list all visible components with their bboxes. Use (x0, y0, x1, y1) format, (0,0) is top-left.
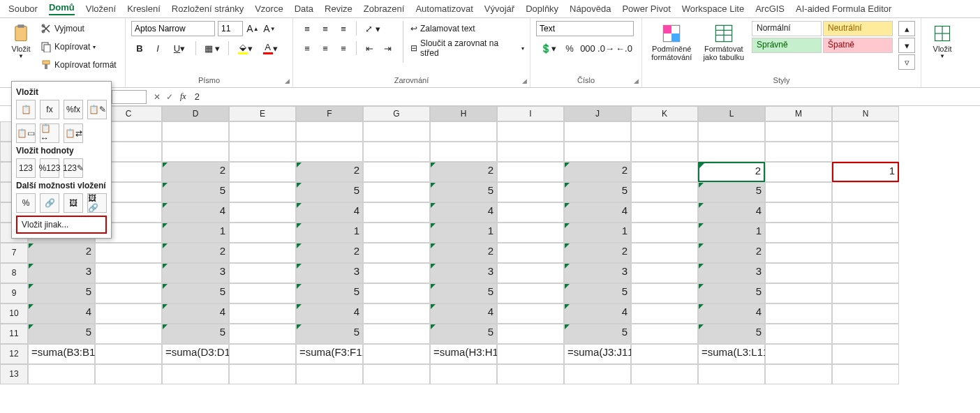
cell-L11[interactable]: 5 (698, 324, 765, 344)
cell-B13[interactable] (28, 364, 95, 384)
cell-N5[interactable] (832, 202, 899, 223)
cell-styles-gallery[interactable]: Normální Neutrální Správně Špatně (752, 21, 893, 53)
cell-B9[interactable]: 5 (28, 283, 95, 303)
cancel-formula-button[interactable]: ✕ (151, 92, 163, 102)
cut-button[interactable]: Vyjmout (40, 21, 117, 36)
cell-D13[interactable] (162, 364, 229, 384)
merge-center-button[interactable]: ⊟ Sloučit a zarovnat na střed ▾ (410, 40, 524, 56)
cell-I8[interactable] (497, 263, 564, 283)
paste-keep-source-icon[interactable]: 📋✎ (87, 100, 107, 119)
format-painter-button[interactable]: Kopírovat formát (40, 57, 117, 73)
cell-N7[interactable] (832, 243, 899, 263)
cell-G9[interactable] (363, 283, 430, 303)
cell-F5[interactable]: 4 (296, 202, 363, 223)
cell-N1[interactable] (832, 121, 899, 142)
col-header-H[interactable]: H (430, 106, 497, 121)
col-header-K[interactable]: K (631, 106, 698, 121)
cell-M7[interactable] (765, 243, 832, 263)
cell-J3[interactable]: 2 (564, 162, 631, 182)
cell-G6[interactable] (363, 223, 430, 243)
cell-C9[interactable] (95, 283, 162, 303)
cell-I13[interactable] (497, 364, 564, 384)
cell-K3[interactable] (631, 162, 698, 182)
cell-I11[interactable] (497, 324, 564, 344)
cell-L8[interactable]: 3 (698, 263, 765, 283)
cell-N4[interactable] (832, 182, 899, 202)
cell-E12[interactable] (229, 344, 296, 364)
row-header-11[interactable]: 11 (0, 324, 28, 344)
cell-E2[interactable] (229, 142, 296, 162)
tab-rozlozeni[interactable]: Rozložení stránky (172, 3, 244, 14)
paste-linked-picture-icon[interactable]: 🖼🔗 (87, 193, 107, 213)
decrease-indent-button[interactable]: ⇤ (361, 40, 378, 56)
cell-K7[interactable] (631, 243, 698, 263)
gallery-more-button[interactable]: ▿ (898, 54, 915, 70)
cell-M6[interactable] (765, 223, 832, 243)
cell-E1[interactable] (229, 121, 296, 142)
cell-D9[interactable]: 5 (162, 283, 229, 303)
cell-I9[interactable] (497, 283, 564, 303)
font-color-button[interactable]: A ▾ (258, 40, 282, 56)
tab-arcgis[interactable]: ArcGIS (755, 3, 785, 14)
cell-G7[interactable] (363, 243, 430, 263)
cell-E11[interactable] (229, 324, 296, 344)
cell-M8[interactable] (765, 263, 832, 283)
cell-F10[interactable]: 4 (296, 303, 363, 324)
cell-L2[interactable] (698, 142, 765, 162)
cell-G1[interactable] (363, 121, 430, 142)
cell-F3[interactable]: 2 (296, 162, 363, 182)
cell-M2[interactable] (765, 142, 832, 162)
cell-D11[interactable]: 5 (162, 324, 229, 344)
cell-J6[interactable]: 1 (564, 223, 631, 243)
cell-E13[interactable] (229, 364, 296, 384)
cell-L3[interactable]: 2 (698, 162, 765, 182)
cell-H12[interactable]: =suma(H3:H11) (430, 344, 497, 364)
cell-E5[interactable] (229, 202, 296, 223)
cell-F13[interactable] (296, 364, 363, 384)
col-header-L[interactable]: L (698, 106, 765, 121)
cell-M11[interactable] (765, 324, 832, 344)
format-as-table-button[interactable]: Formátovat jako tabulku (700, 21, 748, 61)
cell-D8[interactable]: 3 (162, 263, 229, 283)
align-left-button[interactable]: ≡ (299, 40, 315, 56)
paste-formulas-icon[interactable]: fx (40, 100, 59, 119)
paste-all-icon[interactable]: 📋 (16, 100, 36, 119)
cell-H4[interactable]: 5 (430, 182, 497, 202)
tab-vlozeni[interactable]: Vložení (86, 3, 116, 14)
cell-N2[interactable] (832, 142, 899, 162)
font-size-combo[interactable] (218, 21, 243, 36)
cell-M5[interactable] (765, 202, 832, 223)
cell-C13[interactable] (95, 364, 162, 384)
decrease-font-button[interactable]: A▼ (262, 22, 276, 36)
increase-decimal-button[interactable]: .0→ (597, 40, 614, 56)
row-header-7[interactable]: 7 (0, 243, 28, 263)
cell-E9[interactable] (229, 283, 296, 303)
row-header-12[interactable]: 12 (0, 344, 28, 364)
cell-C12[interactable] (95, 344, 162, 364)
col-header-J[interactable]: J (564, 106, 631, 121)
cell-J10[interactable]: 4 (564, 303, 631, 324)
cell-J8[interactable]: 3 (564, 263, 631, 283)
enter-formula-button[interactable]: ✓ (163, 92, 176, 102)
paste-no-borders-icon[interactable]: 📋▭ (16, 123, 36, 143)
col-header-I[interactable]: I (497, 106, 564, 121)
cell-D3[interactable]: 2 (162, 162, 229, 182)
wrap-text-button[interactable]: ↩ Zalamovat text (410, 21, 524, 36)
cell-H8[interactable]: 3 (430, 263, 497, 283)
cell-L12[interactable]: =suma(L3:L11) (698, 344, 765, 364)
cell-K13[interactable] (631, 364, 698, 384)
cell-M1[interactable] (765, 121, 832, 142)
cell-H13[interactable] (430, 364, 497, 384)
paste-formulas-number-icon[interactable]: %fx (64, 100, 83, 119)
cell-G2[interactable] (363, 142, 430, 162)
tab-vyvojar[interactable]: Vývojář (484, 3, 514, 14)
paste-button[interactable]: Vložit ▼ (6, 21, 36, 59)
paste-formatting-icon[interactable]: % (16, 193, 36, 213)
tab-powerpivot[interactable]: Power Pivot (622, 3, 670, 14)
cell-K8[interactable] (631, 263, 698, 283)
cell-H7[interactable]: 2 (430, 243, 497, 263)
cell-N12[interactable] (832, 344, 899, 364)
cell-J2[interactable] (564, 142, 631, 162)
cell-H6[interactable]: 1 (430, 223, 497, 243)
cell-G11[interactable] (363, 324, 430, 344)
